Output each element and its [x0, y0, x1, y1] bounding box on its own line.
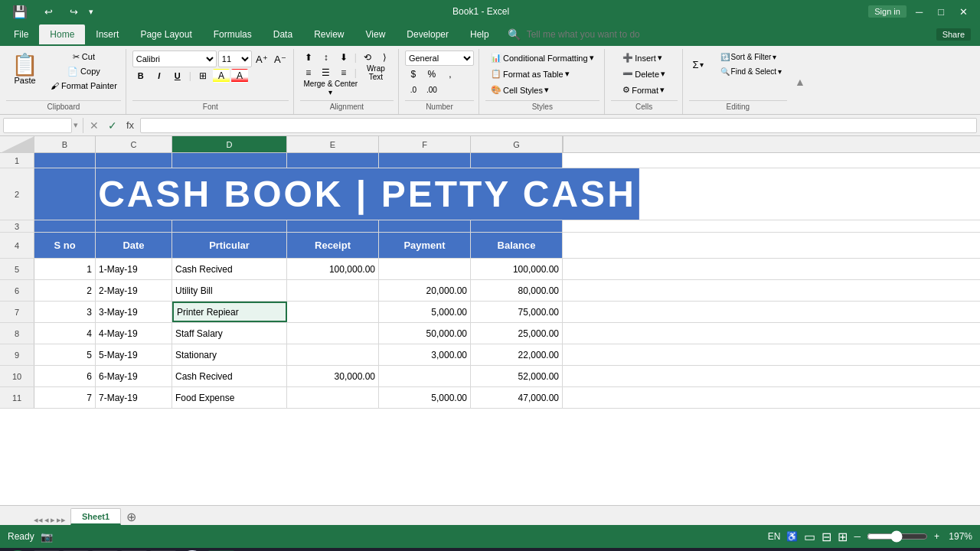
tab-file[interactable]: File: [3, 24, 39, 44]
minimize-button[interactable]: ─: [910, 5, 929, 19]
merge-center-button[interactable]: Merge & Center ▾: [300, 81, 361, 95]
cell-e1[interactable]: [287, 153, 379, 168]
cell-f9[interactable]: 3,000.00: [379, 344, 471, 365]
page-break-icon[interactable]: ⊞: [838, 530, 848, 544]
cell-b4[interactable]: S no: [34, 233, 96, 258]
save-button[interactable]: 💾: [6, 3, 34, 21]
row-header-7[interactable]: 7: [0, 302, 34, 322]
format-button[interactable]: ⚙ Format ▾: [617, 83, 671, 97]
redo-button[interactable]: ↪: [64, 5, 84, 19]
percent-button[interactable]: %: [423, 67, 440, 81]
row-header-10[interactable]: 10: [0, 366, 34, 386]
row-header-1[interactable]: 1: [0, 153, 34, 168]
name-box[interactable]: D7: [3, 118, 72, 133]
cell-e5[interactable]: 100,000.00: [287, 259, 379, 279]
cell-d5[interactable]: Cash Recived: [172, 259, 287, 279]
cell-d8[interactable]: Staff Salary: [172, 323, 287, 344]
cell-b3[interactable]: [34, 220, 96, 232]
align-bottom-button[interactable]: ⬇: [335, 51, 352, 64]
col-header-f[interactable]: F: [379, 136, 471, 152]
indent-button[interactable]: ⟩: [377, 51, 394, 64]
decrease-font-button[interactable]: A⁻: [272, 52, 289, 66]
cell-c3[interactable]: [96, 220, 172, 232]
formula-confirm-icon[interactable]: ✓: [105, 119, 120, 132]
row-header-6[interactable]: 6: [0, 280, 34, 301]
cell-d3[interactable]: [172, 220, 287, 232]
sort-filter-button[interactable]: 🔃 Sort & Filter ▾: [715, 51, 787, 64]
tab-data[interactable]: Data: [263, 24, 303, 44]
cell-g4[interactable]: Balance: [471, 233, 563, 258]
align-center-button[interactable]: ☰: [318, 66, 335, 80]
cell-g11[interactable]: 47,000.00: [471, 387, 563, 408]
sheet-prev-icon[interactable]: ◂: [44, 515, 49, 525]
cell-e10[interactable]: 30,000.00: [287, 366, 379, 386]
maximize-button[interactable]: □: [932, 5, 950, 19]
decrease-decimal-button[interactable]: .0: [405, 83, 422, 96]
cell-f11[interactable]: 5,000.00: [379, 387, 471, 408]
align-right-button[interactable]: ≡: [335, 66, 352, 80]
font-name-select[interactable]: Calibri: [132, 51, 217, 67]
text-direction-button[interactable]: ⟲: [359, 51, 376, 64]
row-header-9[interactable]: 9: [0, 344, 34, 365]
signin-button[interactable]: Sign in: [868, 5, 906, 18]
col-header-d[interactable]: D: [172, 136, 287, 152]
delete-button[interactable]: ➖ Delete ▾: [617, 67, 671, 81]
cell-f3[interactable]: [379, 220, 471, 232]
row-header-2[interactable]: 2: [0, 168, 34, 220]
align-left-button[interactable]: ≡: [300, 66, 317, 80]
name-box-dropdown-icon[interactable]: ▾: [74, 120, 78, 130]
border-button[interactable]: ⊞: [194, 69, 211, 83]
tab-page-layout[interactable]: Page Layout: [129, 24, 202, 44]
cell-b6[interactable]: 2: [34, 280, 96, 301]
cell-d4[interactable]: Prticular: [172, 233, 287, 258]
cell-d9[interactable]: Stationary: [172, 344, 287, 365]
row-header-3[interactable]: 3: [0, 220, 34, 232]
cell-c10[interactable]: 6-May-19: [96, 366, 172, 386]
find-select-button[interactable]: 🔍 Find & Select ▾: [715, 65, 787, 78]
paste-button[interactable]: 📋 Paste: [6, 51, 44, 89]
cell-g6[interactable]: 80,000.00: [471, 280, 563, 301]
accessibility-icon[interactable]: ♿: [786, 531, 798, 542]
cell-d11[interactable]: Food Expense: [172, 387, 287, 408]
currency-button[interactable]: $: [405, 67, 422, 81]
cell-d6[interactable]: Utility Bill: [172, 280, 287, 301]
comma-button[interactable]: ,: [442, 67, 459, 81]
cell-e8[interactable]: [287, 323, 379, 344]
cell-g9[interactable]: 22,000.00: [471, 344, 563, 365]
cell-b1[interactable]: [34, 153, 96, 168]
title-merged-cell[interactable]: CASH BOOK | PETTY CASH: [96, 168, 639, 220]
zoom-level[interactable]: 197%: [946, 531, 972, 542]
cell-g5[interactable]: 100,000.00: [471, 259, 563, 279]
cell-e4[interactable]: Receipt: [287, 233, 379, 258]
sheet-scroll-right-icon[interactable]: ▸▸: [57, 515, 66, 525]
cell-b5[interactable]: 1: [34, 259, 96, 279]
zoom-slider[interactable]: [867, 530, 928, 543]
cell-e11[interactable]: [287, 387, 379, 408]
row-header-11[interactable]: 11: [0, 387, 34, 408]
cell-b8[interactable]: 4: [34, 323, 96, 344]
sheet-scroll-left-icon[interactable]: ◂◂: [34, 515, 43, 525]
cell-f10[interactable]: [379, 366, 471, 386]
zoom-in-icon[interactable]: +: [934, 531, 939, 542]
cell-g1[interactable]: [471, 153, 563, 168]
cell-f8[interactable]: 50,000.00: [379, 323, 471, 344]
copy-button[interactable]: 📄 Copy: [47, 65, 121, 78]
cell-d7[interactable]: Printer Repiear: [172, 302, 287, 322]
underline-button[interactable]: U: [169, 69, 186, 83]
col-header-c[interactable]: C: [96, 136, 172, 152]
tab-home[interactable]: Home: [39, 24, 85, 44]
format-painter-button[interactable]: 🖌 Format Painter: [47, 80, 121, 92]
italic-button[interactable]: I: [151, 69, 168, 83]
cell-d1[interactable]: [172, 153, 287, 168]
col-header-b[interactable]: B: [34, 136, 96, 152]
cell-b2[interactable]: [34, 168, 96, 220]
tab-review[interactable]: Review: [303, 24, 354, 44]
formula-cancel-icon[interactable]: ✕: [87, 119, 102, 132]
cell-f6[interactable]: 20,000.00: [379, 280, 471, 301]
cell-c4[interactable]: Date: [96, 233, 172, 258]
close-button[interactable]: ✕: [953, 5, 974, 19]
cell-e6[interactable]: [287, 280, 379, 301]
cut-button[interactable]: ✂ Cut: [47, 51, 121, 64]
conditional-formatting-button[interactable]: 📊 Conditional Formatting ▾: [485, 51, 599, 65]
increase-font-button[interactable]: A⁺: [253, 52, 270, 66]
